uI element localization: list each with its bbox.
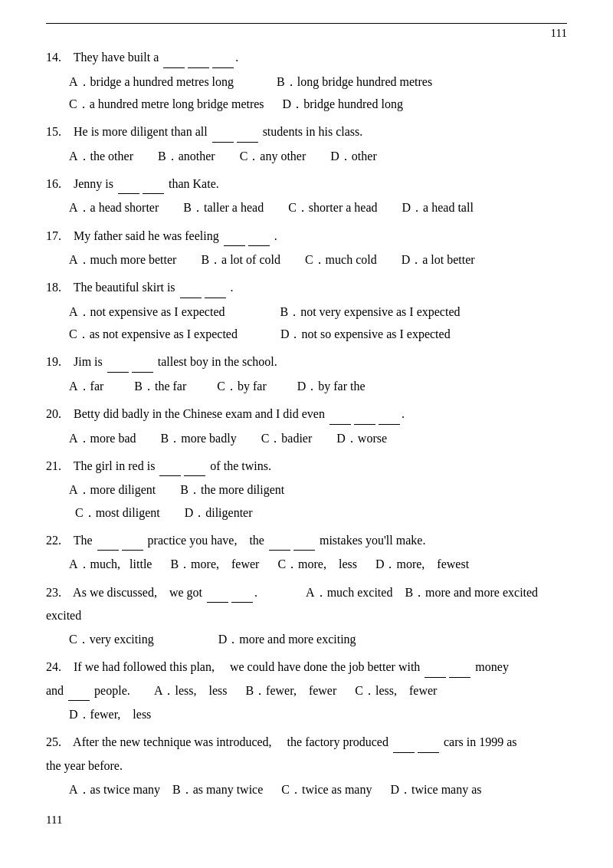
- question-20-text: 20. Betty did badly in the Chinese exam …: [46, 404, 567, 425]
- question-20-options1: A．more bad B．more badly C．badier D．worse: [69, 428, 567, 449]
- question-24-options2: D．fewer, less: [69, 704, 567, 725]
- question-25-options1: A．as twice many B．as many twice C．twice …: [69, 779, 567, 800]
- question-16-text: 16. Jenny is than Kate.: [46, 174, 567, 195]
- question-20: 20. Betty did badly in the Chinese exam …: [46, 404, 567, 449]
- question-24-text: 24. If we had followed this plan, we cou…: [46, 657, 567, 678]
- question-23-excited: excited: [46, 606, 567, 626]
- question-14-text: 14. They have built a .: [46, 48, 567, 68]
- question-21-options1: A．more diligent B．the more diligent: [69, 479, 567, 500]
- question-14-options1: A．bridge a hundred metres long B．long br…: [69, 71, 567, 92]
- question-25-text2: the year before.: [46, 756, 567, 776]
- question-16-options1: A．a head shorter B．taller a head C．short…: [69, 197, 567, 218]
- question-17-options1: A．much more better B．a lot of cold C．muc…: [69, 249, 567, 270]
- question-21-options2: C．most diligent D．diligenter: [69, 502, 567, 523]
- question-21-text: 21. The girl in red is of the twins.: [46, 456, 567, 477]
- question-14: 14. They have built a . A．bridge a hundr…: [46, 48, 567, 114]
- page-number-bottom: 111: [46, 814, 567, 827]
- question-16: 16. Jenny is than Kate. A．a head shorter…: [46, 174, 567, 219]
- question-14-options2: C．a hundred metre long bridge metres D．b…: [69, 94, 567, 114]
- question-18-options2: C．as not expensive as I expected D．not s…: [69, 324, 567, 344]
- question-23-options1: C．very exciting D．more and more exciting: [69, 629, 567, 649]
- question-24-text2: and people. A．less, less B．fewer, fewer …: [46, 681, 567, 702]
- question-22: 22. The practice you have, the mistakes …: [46, 531, 567, 575]
- page-number-top: 111: [46, 23, 567, 40]
- question-23: 23. As we discussed, we got . A．much exc…: [46, 583, 567, 649]
- question-18-options1: A．not expensive as I expected B．not very…: [69, 301, 567, 322]
- question-19: 19. Jim is tallest boy in the school. A．…: [46, 352, 567, 396]
- question-18: 18. The beautiful skirt is . A．not expen…: [46, 278, 567, 344]
- question-25: 25. After the new technique was introduc…: [46, 732, 567, 799]
- question-22-options1: A．much, little B．more, fewer C．more, les…: [69, 554, 567, 574]
- question-19-text: 19. Jim is tallest boy in the school.: [46, 352, 567, 373]
- question-17: 17. My father said he was feeling . A．mu…: [46, 226, 567, 271]
- question-22-text: 22. The practice you have, the mistakes …: [46, 531, 567, 551]
- question-21: 21. The girl in red is of the twins. A．m…: [46, 456, 567, 523]
- question-19-options1: A．far B．the far C．by far D．by far the: [69, 376, 567, 396]
- question-25-text: 25. After the new technique was introduc…: [46, 732, 567, 753]
- question-18-text: 18. The beautiful skirt is .: [46, 278, 567, 298]
- question-24: 24. If we had followed this plan, we cou…: [46, 657, 567, 725]
- question-17-text: 17. My father said he was feeling .: [46, 226, 567, 247]
- question-23-text: 23. As we discussed, we got . A．much exc…: [46, 583, 567, 603]
- question-15-text: 15. He is more diligent than all student…: [46, 122, 567, 143]
- question-15: 15. He is more diligent than all student…: [46, 122, 567, 166]
- question-15-options1: A．the other B．another C．any other D．othe…: [69, 146, 567, 166]
